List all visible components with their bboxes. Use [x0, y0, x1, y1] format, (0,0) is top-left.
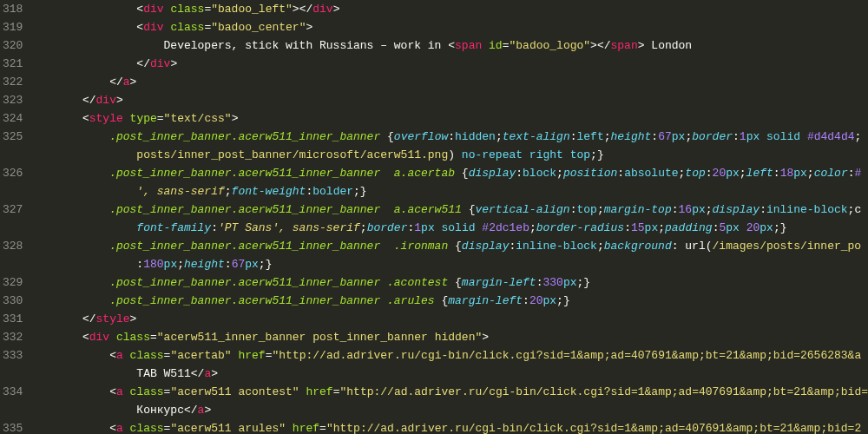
code-line[interactable]: <a class="acerw511 arules" href="http://… [35, 419, 868, 434]
code-line[interactable]: :180px;height:67px;} [35, 255, 868, 273]
code-line[interactable]: .post_inner_banner.acerw511_inner_banner… [35, 292, 868, 310]
line-number: 334 [0, 383, 23, 401]
code-line[interactable]: Конкурс</a> [35, 401, 868, 419]
line-number [0, 219, 23, 237]
line-number: 326 [0, 164, 23, 182]
line-number: 318 [0, 0, 23, 18]
code-line[interactable]: </div> [35, 55, 868, 73]
code-line[interactable]: .post_inner_banner.acerw511_inner_banner… [35, 128, 868, 146]
line-number [0, 182, 23, 201]
line-number: 331 [0, 310, 23, 328]
line-number: 321 [0, 55, 23, 73]
code-line[interactable]: <div class="badoo_left"></div> [35, 0, 868, 18]
line-number: 325 [0, 128, 23, 146]
code-line[interactable]: <a class="acerw511 acontest" href="http:… [35, 383, 868, 401]
code-line[interactable]: <style type="text/css"> [35, 109, 868, 128]
line-number [0, 146, 23, 164]
code-line[interactable]: .post_inner_banner.acerw511_inner_banner… [35, 164, 868, 182]
code-line[interactable]: <a class="acertab" href="http://ad.adriv… [35, 346, 868, 365]
line-number: 323 [0, 91, 23, 109]
line-number [0, 401, 23, 419]
line-number: 330 [0, 292, 23, 310]
line-number: 320 [0, 36, 23, 55]
code-line[interactable]: <div class="badoo_center"> [35, 18, 868, 36]
code-line[interactable]: <div class="acerw511_inner_banner post_i… [35, 328, 868, 346]
code-editor: 3183193203213223233243253263273283293303… [0, 0, 868, 434]
code-line[interactable]: ', sans-serif;font-weight:bolder;} [35, 182, 868, 201]
code-line[interactable]: Developers, stick with Russians – work i… [35, 36, 868, 55]
code-line[interactable]: .post_inner_banner.acerw511_inner_banner… [35, 237, 868, 255]
line-number: 328 [0, 237, 23, 255]
line-number: 329 [0, 273, 23, 292]
code-area[interactable]: <div class="badoo_left"></div> <div clas… [30, 0, 868, 434]
line-number: 332 [0, 328, 23, 346]
line-number: 333 [0, 346, 23, 365]
code-line[interactable]: font-family:'PT Sans', sans-serif;border… [35, 219, 868, 237]
code-line[interactable]: .post_inner_banner.acerw511_inner_banner… [35, 273, 868, 292]
code-line[interactable]: .post_inner_banner.acerw511_inner_banner… [35, 201, 868, 219]
code-line[interactable]: </div> [35, 91, 868, 109]
line-number: 335 [0, 419, 23, 434]
line-number [0, 255, 23, 273]
line-number: 322 [0, 73, 23, 91]
line-number: 324 [0, 109, 23, 128]
line-number-gutter: 3183193203213223233243253263273283293303… [0, 0, 30, 434]
code-line[interactable]: TAB W511</a> [35, 365, 868, 383]
code-line[interactable]: </a> [35, 73, 868, 91]
line-number: 319 [0, 18, 23, 36]
line-number [0, 365, 23, 383]
code-line[interactable]: </style> [35, 310, 868, 328]
code-line[interactable]: posts/inner_post_banner/microsoft/acerw5… [35, 146, 868, 164]
line-number: 327 [0, 201, 23, 219]
